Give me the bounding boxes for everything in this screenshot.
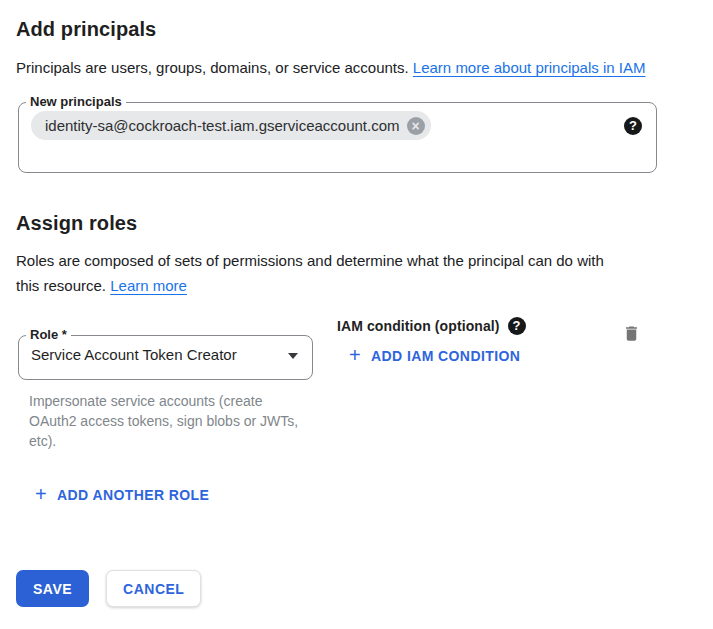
- assign-roles-description: Roles are composed of sets of permission…: [16, 248, 616, 298]
- remove-chip-icon[interactable]: ×: [407, 117, 425, 135]
- learn-more-principals-link[interactable]: Learn more about principals in IAM: [413, 59, 646, 76]
- delete-icon: [622, 323, 641, 344]
- iam-condition-section: IAM condition (optional) ? + ADD IAM CON…: [337, 313, 526, 366]
- dropdown-arrow-icon: [288, 353, 298, 359]
- dialog-actions: SAVE CANCEL: [16, 570, 201, 607]
- add-another-role-button[interactable]: + ADD ANOTHER ROLE: [35, 487, 209, 503]
- plus-icon: +: [349, 346, 361, 364]
- principal-chip[interactable]: identity-sa@cockroach-test.iam.gservicea…: [31, 111, 431, 140]
- new-principals-field[interactable]: New principals identity-sa@cockroach-tes…: [18, 95, 657, 173]
- iam-condition-label: IAM condition (optional): [337, 318, 500, 334]
- cancel-button[interactable]: CANCEL: [106, 570, 201, 607]
- new-principals-label: New principals: [26, 95, 126, 109]
- page-title: Add principals: [16, 16, 697, 42]
- intro-text: Principals are users, groups, domains, o…: [16, 55, 671, 80]
- role-selected-value: Service Account Token Creator: [31, 346, 237, 363]
- add-iam-condition-label: ADD IAM CONDITION: [371, 348, 520, 364]
- principal-chip-value: identity-sa@cockroach-test.iam.gservicea…: [45, 117, 400, 134]
- intro-text-static: Principals are users, groups, domains, o…: [16, 59, 413, 76]
- plus-icon: +: [35, 485, 47, 503]
- add-iam-condition-button[interactable]: + ADD IAM CONDITION: [349, 348, 520, 364]
- save-button[interactable]: SAVE: [16, 570, 89, 607]
- assign-roles-description-static: Roles are composed of sets of permission…: [16, 252, 604, 294]
- assign-roles-title: Assign roles: [16, 210, 697, 236]
- iam-condition-help-icon[interactable]: ?: [508, 317, 526, 335]
- delete-role-button[interactable]: [620, 321, 643, 346]
- learn-more-roles-link[interactable]: Learn more: [110, 277, 187, 294]
- role-label: Role *: [26, 328, 71, 342]
- role-select[interactable]: Role * Service Account Token Creator: [18, 328, 313, 380]
- role-row: Role * Service Account Token Creator Imp…: [16, 313, 697, 451]
- add-another-role-label: ADD ANOTHER ROLE: [57, 487, 209, 503]
- role-helper-text: Impersonate service accounts (create OAu…: [16, 391, 306, 451]
- principals-help-icon[interactable]: ?: [624, 117, 642, 135]
